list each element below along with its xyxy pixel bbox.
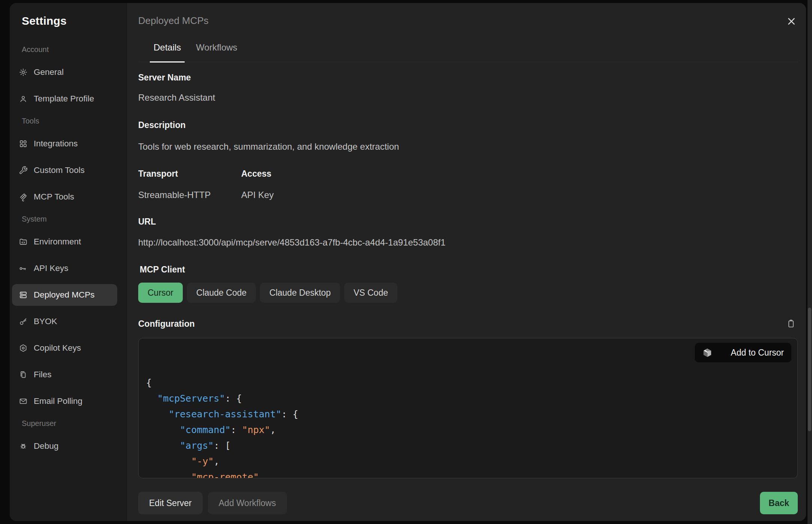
- settings-sidebar: Settings AccountGeneralTemplate ProfileT…: [10, 3, 127, 521]
- mail-icon: [19, 397, 28, 406]
- close-icon: [786, 16, 797, 27]
- sidebar-section-label: Superuser: [22, 419, 107, 428]
- key-icon: [19, 264, 28, 273]
- sidebar-item-label: Custom Tools: [34, 165, 85, 175]
- code-line: "args": [: [146, 438, 790, 454]
- server-name-label: Server Name: [138, 72, 798, 83]
- key-diagonal-icon: [19, 317, 28, 326]
- sidebar-item-label: Copilot Keys: [34, 343, 81, 353]
- sidebar-item-label: BYOK: [34, 317, 57, 326]
- wrench-icon: [19, 166, 28, 175]
- sidebar-item-byok[interactable]: BYOK: [12, 311, 117, 332]
- folder-code-icon: [19, 237, 28, 246]
- mcp-client-label: MCP Client: [140, 264, 798, 275]
- sidebar-item-environment[interactable]: Environment: [12, 231, 117, 253]
- add-to-cursor-label: Add to Cursor: [731, 345, 784, 360]
- strokes-icon: [19, 192, 28, 201]
- tabs: DetailsWorkflows: [138, 42, 798, 62]
- sidebar-item-label: Template Profile: [34, 94, 94, 104]
- code-line: "research-assistant": {: [146, 406, 790, 422]
- sidebar-section-label: System: [22, 214, 107, 223]
- server-stack-icon: [19, 290, 28, 299]
- sidebar-item-label: General: [34, 67, 64, 77]
- sidebar-item-mcp-tools[interactable]: MCP Tools: [12, 186, 117, 208]
- page-title: Deployed MCPs: [138, 14, 209, 27]
- add-to-cursor-button[interactable]: Add to Cursor: [695, 343, 791, 362]
- add-workflows-button[interactable]: Add Workflows: [208, 492, 287, 514]
- scrollbar-track[interactable]: [808, 0, 812, 524]
- code-line: "mcpServers": {: [146, 391, 790, 406]
- code-line: "mcp-remote",: [146, 469, 790, 478]
- client-option-claude-desktop[interactable]: Claude Desktop: [260, 283, 340, 303]
- sidebar-item-copilot-keys[interactable]: Copilot Keys: [12, 337, 117, 359]
- sidebar-sections: AccountGeneralTemplate ProfileToolsInteg…: [10, 45, 127, 457]
- transport-label: Transport: [138, 168, 241, 179]
- files-icon: [19, 370, 28, 379]
- sidebar-item-label: Files: [34, 370, 52, 380]
- sidebar-item-label: Deployed MCPs: [34, 290, 95, 300]
- transport-value: Streamable-HTTP: [138, 190, 241, 200]
- url-label: URL: [138, 216, 798, 227]
- sidebar-item-label: API Keys: [34, 263, 69, 273]
- sidebar-item-custom-tools[interactable]: Custom Tools: [12, 159, 117, 181]
- sidebar-item-files[interactable]: Files: [12, 364, 117, 386]
- transport-access-row: Transport Streamable-HTTP Access API Key: [138, 168, 798, 200]
- access-value: API Key: [241, 190, 274, 200]
- grid-icon: [19, 139, 28, 148]
- sidebar-item-template-profile[interactable]: Template Profile: [12, 88, 117, 110]
- code-line: "-y",: [146, 454, 790, 469]
- deployed-mcps-panel: Deployed MCPs DetailsWorkflows Server Na…: [127, 3, 806, 521]
- edit-server-button[interactable]: Edit Server: [138, 492, 203, 514]
- description-value: Tools for web research, summarization, a…: [138, 141, 798, 152]
- client-option-cursor[interactable]: Cursor: [138, 283, 183, 303]
- copy-configuration-button[interactable]: [784, 317, 798, 330]
- tab-workflows[interactable]: Workflows: [192, 42, 241, 62]
- transport-column: Transport Streamable-HTTP: [138, 168, 241, 200]
- configuration-code-block: { "mcpServers": { "research-assistant": …: [138, 338, 798, 478]
- sidebar-item-integrations[interactable]: Integrations: [12, 133, 117, 155]
- configuration-label: Configuration: [138, 319, 195, 329]
- cursor-cube-icon: [702, 338, 726, 389]
- configuration-json: { "mcpServers": { "research-assistant": …: [146, 375, 790, 478]
- sidebar-item-debug[interactable]: Debug: [12, 435, 117, 457]
- sidebar-item-label: Integrations: [34, 139, 78, 149]
- sidebar-item-label: MCP Tools: [34, 192, 74, 202]
- user-icon: [19, 94, 28, 103]
- close-button[interactable]: [785, 15, 798, 28]
- client-option-claude-code[interactable]: Claude Code: [187, 283, 256, 303]
- sidebar-item-label: Debug: [34, 441, 58, 451]
- sidebar-item-general[interactable]: General: [12, 61, 117, 83]
- sidebar-section-label: Account: [22, 45, 107, 54]
- server-name-value: Research Assistant: [138, 92, 798, 103]
- bug-icon: [19, 442, 28, 451]
- sidebar-item-label: Email Polling: [34, 396, 82, 406]
- configuration-row: Configuration: [138, 317, 798, 330]
- settings-modal: Settings AccountGeneralTemplate ProfileT…: [10, 3, 806, 521]
- sidebar-item-api-keys[interactable]: API Keys: [12, 258, 117, 279]
- url-value: http://localhost:3000/api/mcp/serve/4853…: [138, 237, 798, 248]
- sidebar-item-email-polling[interactable]: Email Polling: [12, 390, 117, 412]
- client-option-vs-code[interactable]: VS Code: [344, 283, 397, 303]
- sidebar-item-label: Environment: [34, 237, 81, 247]
- scrollbar-thumb[interactable]: [808, 308, 811, 431]
- sidebar-title: Settings: [22, 14, 127, 28]
- gear-icon: [19, 68, 28, 77]
- panel-footer: Edit Server Add Workflows Back: [138, 492, 798, 514]
- clipboard-icon: [786, 319, 796, 329]
- access-label: Access: [241, 168, 274, 179]
- tab-details[interactable]: Details: [150, 42, 185, 63]
- sidebar-section-label: Tools: [22, 116, 107, 125]
- code-line: "command": "npx",: [146, 422, 790, 438]
- mcp-client-selector: CursorClaude CodeClaude DesktopVS Code: [138, 283, 798, 303]
- code-line: {: [146, 375, 790, 391]
- access-column: Access API Key: [241, 168, 274, 200]
- back-button[interactable]: Back: [760, 492, 798, 514]
- panel-header: Deployed MCPs: [138, 3, 798, 28]
- hexagon-nut-icon: [19, 344, 28, 353]
- description-label: Description: [138, 120, 798, 130]
- sidebar-item-deployed-mcps[interactable]: Deployed MCPs: [12, 284, 117, 306]
